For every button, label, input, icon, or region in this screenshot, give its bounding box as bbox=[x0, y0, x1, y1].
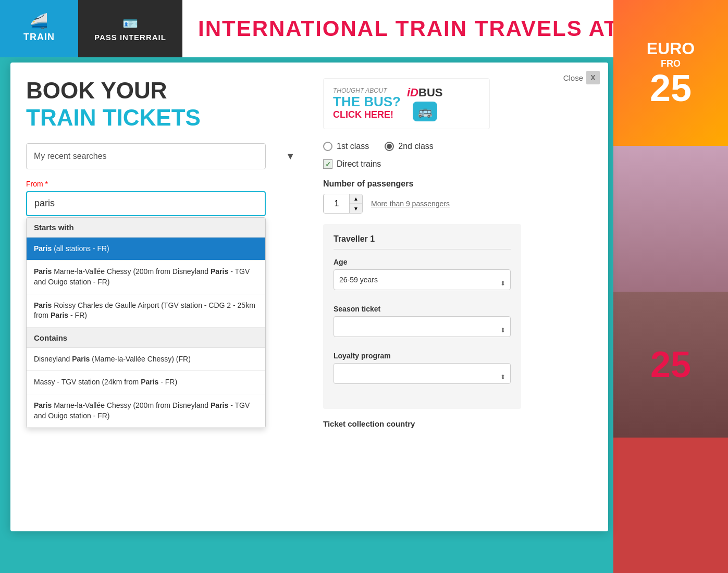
direct-trains-label: Direct trains bbox=[337, 159, 381, 169]
first-class-radio[interactable] bbox=[323, 142, 332, 151]
second-class-label: 2nd class bbox=[398, 142, 434, 151]
second-class-option[interactable]: 2nd class bbox=[385, 142, 434, 151]
header-title: INTERNATIONAL TRAIN TRAVELS AT bbox=[198, 16, 613, 41]
from-input[interactable] bbox=[26, 191, 266, 216]
stepper-down-button[interactable]: ▼ bbox=[350, 204, 362, 213]
contains-item-paris-marne2[interactable]: Paris Marne-la-Vallée Chessy (200m from … bbox=[27, 394, 265, 428]
train-icon: 🚄 bbox=[30, 13, 48, 30]
right-ad-mid bbox=[613, 146, 728, 292]
class-selection-row: 1st class 2nd class bbox=[323, 142, 593, 151]
second-class-radio[interactable] bbox=[385, 142, 394, 151]
passengers-value: 1 bbox=[324, 194, 350, 213]
contains-header: Contains bbox=[27, 328, 265, 348]
header-strip: INTERNATIONAL TRAIN TRAVELS AT bbox=[182, 0, 613, 57]
direct-trains-checkbox[interactable]: ✓ bbox=[323, 159, 332, 169]
idbus-logo: iDBUS 🚌 bbox=[407, 86, 442, 121]
bus-banner-text-area: THOUGHT ABOUT THE BUS? CLICK HERE! bbox=[333, 87, 401, 120]
dropdown-item-bold3: Paris bbox=[34, 301, 52, 309]
traveller-box: Traveller 1 Age 26-59 years 0-3 years 4-… bbox=[323, 224, 521, 409]
recent-searches-dropdown[interactable]: My recent searches bbox=[26, 143, 266, 169]
season-ticket-label: Season ticket bbox=[334, 305, 511, 313]
card-icon: 🪪 bbox=[122, 16, 139, 31]
passengers-row: 1 ▲ ▼ More than 9 passengers bbox=[323, 194, 593, 214]
dropdown-item-paris-cdg[interactable]: Paris Roissy Charles de Gaulle Airport (… bbox=[27, 294, 265, 328]
dropdown-item-paris-marne[interactable]: Paris Marne-la-Vallée Chessy (200m from … bbox=[27, 260, 265, 294]
season-ticket-select-wrapper: ⬍ bbox=[334, 316, 511, 344]
first-class-option[interactable]: 1st class bbox=[323, 142, 369, 151]
season-ticket-select[interactable] bbox=[334, 316, 511, 337]
stepper-arrows: ▲ ▼ bbox=[350, 194, 362, 213]
right-ad-strip: EURO FRO 25 25 bbox=[613, 0, 728, 573]
dropdown-item-rest: (all stations - FR) bbox=[54, 244, 109, 253]
booking-title-line2: TRAIN TICKETS bbox=[26, 105, 302, 130]
nav-interrail-tab[interactable]: 🪪 PASS INTERRAIL bbox=[78, 0, 182, 57]
bus-click-here: CLICK HERE! bbox=[333, 109, 401, 120]
dropdown-item-rest2: Marne-la-Vallée Chessy (200m from Disney… bbox=[34, 267, 250, 286]
radio-selected-dot bbox=[387, 144, 392, 149]
direct-trains-row: ✓ Direct trains bbox=[323, 159, 593, 169]
station-dropdown-list: Starts with Paris (all stations - FR) Pa… bbox=[26, 217, 266, 428]
age-label: Age bbox=[334, 258, 511, 266]
top-navigation: 🚄 TRAIN 🪪 PASS INTERRAIL INTERNATIONAL T… bbox=[0, 0, 728, 57]
bus-thought-about: THOUGHT ABOUT bbox=[333, 87, 401, 94]
contains-items: Disneyland Paris (Marne-la-Vallée Chessy… bbox=[27, 348, 265, 428]
close-x-icon[interactable]: X bbox=[586, 71, 600, 84]
from-field-label: From * bbox=[26, 180, 302, 188]
contains-item-disneyland[interactable]: Disneyland Paris (Marne-la-Vallée Chessy… bbox=[27, 348, 265, 371]
ad-bottom-number: 25 bbox=[650, 344, 691, 385]
more-passengers-link[interactable]: More than 9 passengers bbox=[371, 200, 450, 208]
stepper-up-button[interactable]: ▲ bbox=[350, 194, 362, 204]
close-label: Close bbox=[563, 73, 583, 82]
right-ad-bot: 25 bbox=[613, 292, 728, 438]
checkbox-checkmark: ✓ bbox=[325, 160, 331, 168]
dropdown-item-paris-all[interactable]: Paris (all stations - FR) bbox=[27, 238, 265, 261]
first-class-label: 1st class bbox=[337, 142, 369, 151]
left-panel: BOOK YOUR TRAIN TICKETS My recent search… bbox=[26, 78, 302, 428]
nav-train-tab[interactable]: 🚄 TRAIN bbox=[0, 0, 78, 57]
contains-item-massy[interactable]: Massy - TGV station (24km from Paris - F… bbox=[27, 371, 265, 394]
starts-with-header: Starts with bbox=[27, 218, 265, 238]
dropdown-arrow-icon: ▼ bbox=[286, 151, 295, 161]
nav-interrail-label: PASS INTERRAIL bbox=[94, 33, 166, 42]
main-modal: Close X BOOK YOUR TRAIN TICKETS My recen… bbox=[10, 63, 608, 531]
recent-searches-wrapper: My recent searches ▼ bbox=[26, 143, 302, 169]
bus-banner[interactable]: THOUGHT ABOUT THE BUS? CLICK HERE! iDBUS… bbox=[323, 78, 490, 129]
loyalty-label: Loyalty program bbox=[334, 352, 511, 360]
loyalty-select[interactable] bbox=[334, 363, 511, 384]
ticket-collection-title: Ticket collection country bbox=[323, 419, 593, 428]
booking-title-line1: BOOK YOUR bbox=[26, 78, 302, 103]
dropdown-item-bold2: Paris bbox=[34, 267, 52, 276]
close-button[interactable]: Close X bbox=[563, 71, 600, 84]
loyalty-select-wrapper: ⬍ bbox=[334, 363, 511, 391]
passengers-section-title: Number of passengers bbox=[323, 179, 593, 189]
ad-top-number: 25 bbox=[650, 69, 692, 107]
dropdown-item-bold: Paris bbox=[34, 244, 52, 253]
nav-train-label: TRAIN bbox=[23, 32, 55, 43]
passengers-stepper[interactable]: 1 ▲ ▼ bbox=[323, 194, 363, 214]
bus-the-bus: THE BUS? bbox=[333, 94, 401, 109]
dropdown-item-rest3: Roissy Charles de Gaulle Airport (TGV st… bbox=[34, 301, 255, 320]
right-panel: THOUGHT ABOUT THE BUS? CLICK HERE! iDBUS… bbox=[323, 78, 593, 428]
traveller-title: Traveller 1 bbox=[334, 234, 511, 250]
age-select-wrapper: 26-59 years 0-3 years 4-11 years 12-25 y… bbox=[334, 269, 511, 297]
age-select[interactable]: 26-59 years 0-3 years 4-11 years 12-25 y… bbox=[334, 269, 511, 290]
